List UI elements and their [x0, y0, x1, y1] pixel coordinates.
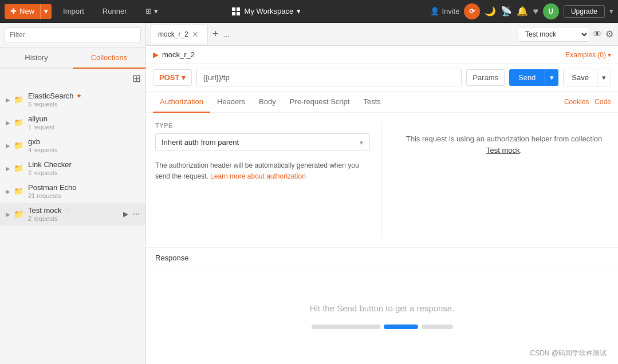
tab-label: mock_r_2: [158, 30, 188, 38]
sidebar: History Collections ⊞ ▶ 📁 ElasticSearch …: [0, 23, 146, 364]
import-button[interactable]: Import: [56, 4, 91, 19]
request-tab[interactable]: mock_r_2 ✕: [151, 25, 208, 43]
moon-icon[interactable]: 🌙: [485, 6, 496, 17]
tab-headers[interactable]: Headers: [210, 92, 252, 113]
tab-authorization[interactable]: Authorization: [153, 92, 210, 113]
response-bars: [312, 325, 453, 329]
add-collection-button[interactable]: ⊞: [132, 72, 141, 85]
url-input[interactable]: [196, 69, 462, 86]
breadcrumb-caret: ▶: [153, 50, 159, 59]
method-chevron: ▾: [182, 73, 186, 82]
folder-icon: 📁: [14, 95, 23, 104]
folder-icon: 📁: [14, 164, 23, 173]
tab-close-button[interactable]: ✕: [192, 30, 199, 39]
list-item[interactable]: ▶ 📁 Postman Echo 21 requests: [0, 180, 145, 203]
collection-name: Postman Echo: [28, 183, 140, 192]
invite-button[interactable]: 👤 Invite: [430, 7, 459, 15]
method-select[interactable]: POST ▾: [153, 69, 192, 86]
heart-icon[interactable]: ♥: [533, 6, 538, 17]
settings-button[interactable]: ⚙: [605, 29, 613, 39]
caret-icon[interactable]: ▶: [6, 143, 10, 149]
extra-dropdown: ▾: [154, 7, 158, 15]
caret-icon[interactable]: ▶: [6, 97, 10, 103]
plus-icon: ✚: [10, 7, 17, 15]
list-item[interactable]: ▶ 📁 gxb 4 requests: [0, 134, 145, 157]
auth-select-wrapper: Inherit auth from parent No Auth Bearer …: [155, 133, 370, 151]
folder-icon: 📁: [14, 118, 23, 127]
auth-left: TYPE Inherit auth from parent No Auth Be…: [155, 122, 382, 238]
response-section: Response Hit the Send button to get a re…: [146, 247, 618, 364]
upgrade-chevron: ▾: [609, 7, 613, 15]
avatar[interactable]: U: [543, 3, 559, 19]
params-button[interactable]: Params: [466, 69, 505, 86]
tab-bar: mock_r_2 ✕ + ... Test mock No Environmen…: [146, 23, 618, 46]
collection-name: Link Checker: [28, 160, 140, 169]
collection-info: Postman Echo 21 requests: [28, 183, 140, 199]
invite-label: Invite: [442, 7, 459, 15]
workspace-chevron: ▾: [297, 7, 301, 15]
code-link[interactable]: Code: [595, 92, 611, 112]
send-button[interactable]: Send: [509, 69, 545, 86]
caret-icon[interactable]: ▶: [6, 165, 10, 172]
workspace-button[interactable]: My Workspace ▾: [232, 7, 301, 15]
new-dropdown[interactable]: ▾: [40, 4, 52, 19]
sync-icon[interactable]: ⟳: [464, 3, 480, 19]
collection-name: gxb: [28, 137, 140, 146]
auth-right: This request is using an authorization h…: [382, 122, 609, 238]
send-button-group: Send ▾: [509, 69, 558, 86]
tab-body[interactable]: Body: [252, 92, 283, 113]
bar-3: [422, 325, 453, 329]
send-dropdown-button[interactable]: ▾: [545, 69, 558, 86]
environment-select[interactable]: Test mock No Environment: [518, 27, 589, 42]
item-actions: ▶ ⋯: [122, 209, 141, 219]
auth-type-select[interactable]: Inherit auth from parent No Auth Bearer …: [155, 133, 370, 151]
response-label: Response: [146, 248, 618, 268]
workspace-icon: [232, 7, 241, 15]
examples-chevron: ▾: [608, 51, 611, 59]
method-label: POST: [159, 73, 179, 82]
eye-button[interactable]: 👁: [593, 29, 602, 39]
collection-count: 21 requests: [28, 192, 140, 199]
tab-tests[interactable]: Tests: [356, 92, 387, 113]
watermark: CSDN @码同学软件测试: [530, 349, 607, 358]
tab-add-button[interactable]: +: [210, 28, 221, 40]
bar-1: [312, 325, 380, 329]
radar-icon[interactable]: 📡: [501, 6, 512, 17]
cookies-link[interactable]: Cookies: [564, 92, 589, 112]
examples-label: Examples (0): [565, 51, 606, 59]
caret-icon[interactable]: ▶: [6, 120, 10, 126]
bell-icon[interactable]: 🔔: [517, 6, 528, 17]
save-button[interactable]: Save: [563, 69, 597, 86]
tab-collections[interactable]: Collections: [73, 48, 145, 69]
top-right: 👤 Invite ⟳ 🌙 📡 🔔 ♥ U Upgrade ▾: [430, 3, 613, 19]
upgrade-button[interactable]: Upgrade: [564, 5, 605, 18]
collection-link[interactable]: Test mock: [486, 146, 520, 155]
list-item[interactable]: ▶ 📁 ElasticSearch ★ 5 requests: [0, 88, 145, 111]
tab-more-button[interactable]: ...: [223, 30, 230, 39]
new-button[interactable]: ✚ New ▾: [5, 4, 52, 19]
collection-count: 1 request: [28, 124, 140, 130]
request-breadcrumb: mock_r_2: [162, 50, 195, 59]
tab-bar-right: Test mock No Environment 👁 ⚙: [518, 27, 613, 42]
request-header: ▶ mock_r_2 Examples (0) ▾: [146, 46, 618, 64]
item-more-button[interactable]: ⋯: [132, 209, 141, 219]
tab-pre-request[interactable]: Pre-request Script: [283, 92, 357, 113]
grid-icon: ⊞: [145, 7, 152, 15]
save-dropdown-button[interactable]: ▾: [597, 69, 611, 86]
invite-icon: 👤: [430, 7, 439, 15]
response-hint: Hit the Send button to get a response.: [310, 303, 455, 313]
tab-history[interactable]: History: [0, 48, 73, 69]
search-input[interactable]: [5, 27, 141, 42]
list-item[interactable]: ▶ 📁 aliyun 1 request: [0, 111, 145, 134]
extra-button[interactable]: ⊞ ▾: [139, 4, 165, 19]
auth-learn-link[interactable]: Learn more about authorization: [210, 172, 306, 180]
examples-link[interactable]: Examples (0) ▾: [565, 51, 611, 59]
collection-info: gxb 4 requests: [28, 137, 140, 153]
sub-tab-right: Cookies Code: [564, 92, 611, 112]
runner-button[interactable]: Runner: [96, 4, 134, 19]
list-item[interactable]: ▶ 📁 Link Checker 2 requests: [0, 157, 145, 180]
caret-icon[interactable]: ▶: [6, 211, 10, 217]
list-item[interactable]: ▶ 📁 Test mock ☆ 2 requests ▶ ⋯: [0, 203, 145, 225]
item-expand-button[interactable]: ▶: [122, 209, 129, 219]
caret-icon[interactable]: ▶: [6, 188, 10, 195]
